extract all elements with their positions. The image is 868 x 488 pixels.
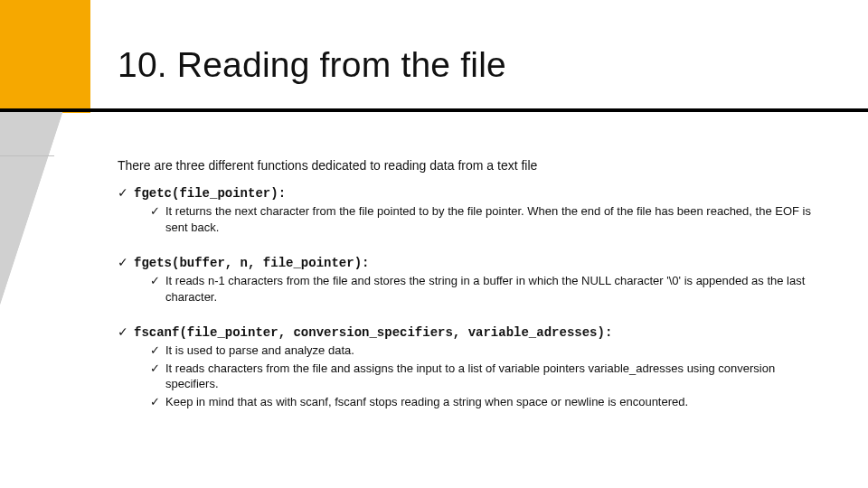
intro-text: There are three different functions dedi…	[118, 158, 823, 173]
item-header: ✓ fgets(buffer, n, file_pointer):	[118, 255, 823, 270]
list-item: ✓ fscanf(file_pointer, conversion_specif…	[118, 324, 823, 409]
sub-item: ✓ Keep in mind that as with scanf, fscan…	[150, 394, 823, 410]
function-signature: fgets(buffer, n, file_pointer):	[134, 256, 369, 270]
slide: 10. Reading from the file There are thre…	[0, 0, 868, 488]
list-item: ✓ fgets(buffer, n, file_pointer): ✓ It r…	[118, 255, 823, 305]
sub-list: ✓ It is used to parse and analyze data. …	[150, 343, 823, 409]
check-icon: ✓	[150, 361, 160, 377]
decor-amber-triangle	[0, 0, 86, 113]
sub-text: It is used to parse and analyze data.	[165, 343, 823, 359]
sub-item: ✓ It reads n-1 characters from the file …	[150, 273, 823, 305]
item-header: ✓ fgetc(file_pointer):	[118, 185, 823, 201]
sub-text: Keep in mind that as with scanf, fscanf …	[165, 394, 823, 410]
sub-text: It reads n-1 characters from the file an…	[165, 273, 823, 305]
sub-list: ✓ It reads n-1 characters from the file …	[150, 273, 823, 305]
sub-text: It returns the next character from the f…	[165, 203, 823, 235]
sub-list: ✓ It returns the next character from the…	[150, 203, 823, 235]
check-icon: ✓	[150, 273, 160, 289]
sub-item: ✓ It reads characters from the file and …	[150, 361, 823, 392]
check-icon: ✓	[150, 203, 160, 220]
check-icon: ✓	[118, 185, 128, 200]
sub-item: ✓ It returns the next character from the…	[150, 203, 823, 235]
list-item: ✓ fgetc(file_pointer): ✓ It returns the …	[118, 185, 823, 235]
sub-item: ✓ It is used to parse and analyze data.	[150, 343, 823, 359]
function-signature: fscanf(file_pointer, conversion_specifie…	[134, 325, 612, 340]
check-icon: ✓	[150, 394, 160, 410]
check-icon: ✓	[118, 255, 128, 269]
decor-grey-wedge	[0, 112, 118, 488]
title-divider	[0, 108, 868, 112]
slide-title: 10. Reading from the file	[118, 45, 506, 85]
item-header: ✓ fscanf(file_pointer, conversion_specif…	[118, 324, 823, 340]
check-icon: ✓	[118, 324, 128, 339]
function-signature: fgetc(file_pointer):	[134, 186, 286, 201]
content-area: There are three different functions dedi…	[118, 158, 823, 411]
check-icon: ✓	[150, 343, 160, 359]
sub-text: It reads characters from the file and as…	[165, 361, 823, 392]
decor-thin-line	[0, 155, 54, 156]
